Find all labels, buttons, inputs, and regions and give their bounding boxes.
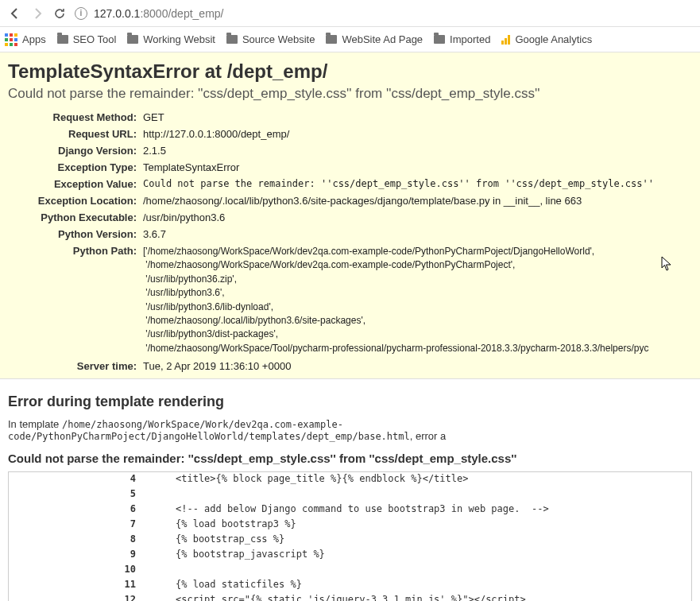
url-text: 127.0.0.1:8000/dept_emp/ xyxy=(94,7,224,20)
error-details-table: Request Method:GETRequest URL:http://127… xyxy=(8,110,692,374)
detail-key: Python Executable: xyxy=(8,210,143,225)
detail-value: 2.1.5 xyxy=(143,143,692,158)
code-line: 11{% load staticfiles %} xyxy=(9,578,691,593)
bookmark-label: SEO Tool xyxy=(73,33,117,45)
bookmark-label: Working Websit xyxy=(143,33,215,45)
folder-icon xyxy=(434,35,445,44)
error-title: TemplateSyntaxError at /dept_emp/ xyxy=(8,60,692,83)
bookmark-label: Source Website xyxy=(242,33,315,45)
detail-key: Request URL: xyxy=(8,126,143,142)
analytics-icon xyxy=(501,35,510,45)
code-line: 8{% bootstrap_css %} xyxy=(9,533,691,548)
code-line: 7{% load bootstrap3 %} xyxy=(9,518,691,533)
bookmark-website-ad-page[interactable]: WebSite Ad Page xyxy=(326,33,423,45)
detail-value: Tue, 2 Apr 2019 11:36:10 +0000 xyxy=(143,359,692,374)
detail-value: 3.6.7 xyxy=(143,227,692,242)
detail-value: http://127.0.0.1:8000/dept_emp/ xyxy=(143,126,692,142)
detail-value: GET xyxy=(143,110,692,125)
bookmark-source-website[interactable]: Source Website xyxy=(226,33,315,45)
code-line: 10 xyxy=(9,563,691,578)
bookmark-google-analytics[interactable]: Google Analytics xyxy=(501,33,592,45)
line-content: {% bootstrap_javascript %} xyxy=(144,548,691,563)
bookmark-label: Imported xyxy=(450,33,490,45)
line-number: 4 xyxy=(9,472,144,487)
folder-icon xyxy=(127,35,138,44)
bookmark-apps[interactable]: Apps xyxy=(5,33,46,46)
code-line: 5 xyxy=(9,487,691,502)
line-number: 5 xyxy=(9,487,144,502)
detail-key: Request Method: xyxy=(8,110,143,125)
section-heading: Error during template rendering xyxy=(8,394,692,410)
line-number: 10 xyxy=(9,563,144,578)
line-content: <title>{% block page_title %}{% endblock… xyxy=(144,472,691,487)
detail-key: Python Path: xyxy=(8,243,143,357)
line-content xyxy=(144,563,691,578)
parse-error-heading: Could not parse the remainder: ''css/dep… xyxy=(8,452,692,465)
back-button[interactable] xyxy=(8,6,22,21)
detail-key: Python Version: xyxy=(8,227,143,242)
detail-key: Exception Value: xyxy=(8,176,143,192)
bookmark-seo-tool[interactable]: SEO Tool xyxy=(57,33,117,45)
code-line: 9{% bootstrap_javascript %} xyxy=(9,548,691,563)
line-content: {% bootstrap_css %} xyxy=(144,533,691,548)
bookmark-working-website[interactable]: Working Websit xyxy=(127,33,215,45)
folder-icon xyxy=(326,35,337,44)
bookmarks-bar: Apps SEO Tool Working Websit Source Webs… xyxy=(0,27,700,52)
browser-toolbar: i 127.0.0.1:8000/dept_emp/ xyxy=(0,0,700,27)
code-listing: 4<title>{% block page_title %}{% endbloc… xyxy=(8,471,692,601)
line-number: 8 xyxy=(9,533,144,548)
line-content: <!-- add below Django command to use boo… xyxy=(144,502,691,518)
code-line: 4<title>{% block page_title %}{% endbloc… xyxy=(9,472,691,487)
bookmark-label: Apps xyxy=(22,33,46,45)
line-content xyxy=(144,487,691,502)
detail-key: Django Version: xyxy=(8,143,143,158)
line-number: 11 xyxy=(9,578,144,593)
code-line: 12<script src="{% static 'js/jquery-3.3.… xyxy=(9,593,691,601)
bookmark-label: Google Analytics xyxy=(515,33,592,45)
reload-button[interactable] xyxy=(52,6,67,21)
error-subtitle: Could not parse the remainder: ''css/dep… xyxy=(8,86,692,102)
in-template-prefix: In template xyxy=(8,418,62,430)
site-info-icon[interactable]: i xyxy=(75,7,87,20)
error-summary: TemplateSyntaxError at /dept_emp/ Could … xyxy=(0,52,700,379)
url-port: :8000 xyxy=(140,7,168,20)
line-number: 9 xyxy=(9,548,144,563)
in-template-suffix: , error a xyxy=(410,430,447,442)
line-number: 6 xyxy=(9,502,144,518)
detail-value: Could not parse the remainder: ''css/dep… xyxy=(143,176,692,192)
line-content: {% load bootstrap3 %} xyxy=(144,518,691,533)
detail-value: TemplateSyntaxError xyxy=(143,160,692,175)
folder-icon xyxy=(226,35,238,44)
apps-icon xyxy=(5,33,17,46)
detail-key: Exception Type: xyxy=(8,160,143,175)
detail-value: ['/home/zhaosong/WorkSpace/Work/dev2qa.c… xyxy=(143,243,692,357)
line-content: <script src="{% static 'js/jquery-3.3.1.… xyxy=(144,593,691,601)
bookmark-imported[interactable]: Imported xyxy=(434,33,490,45)
line-content: {% load staticfiles %} xyxy=(144,578,691,593)
url-bar[interactable]: i 127.0.0.1:8000/dept_emp/ xyxy=(75,7,692,20)
line-number: 12 xyxy=(9,593,144,601)
detail-key: Server time: xyxy=(8,359,143,374)
line-number: 7 xyxy=(9,518,144,533)
bookmark-label: WebSite Ad Page xyxy=(342,33,423,45)
template-path-line: In template /home/zhaosong/WorkSpace/Wor… xyxy=(8,418,692,442)
url-host: 127.0.0.1 xyxy=(94,7,140,20)
forward-button[interactable] xyxy=(30,6,44,21)
detail-key: Exception Location: xyxy=(8,193,143,208)
detail-value: /home/zhaosong/.local/lib/python3.6/site… xyxy=(143,193,692,208)
url-path: /dept_emp/ xyxy=(168,7,223,20)
detail-value: /usr/bin/python3.6 xyxy=(143,210,692,225)
browser-chrome: i 127.0.0.1:8000/dept_emp/ Apps SEO Tool… xyxy=(0,0,700,52)
folder-icon xyxy=(57,35,68,44)
template-error-section: Error during template rendering In templ… xyxy=(0,379,700,601)
code-line: 6<!-- add below Django command to use bo… xyxy=(9,502,691,518)
template-path: /home/zhaosong/WorkSpace/Work/dev2qa.com… xyxy=(8,419,410,442)
